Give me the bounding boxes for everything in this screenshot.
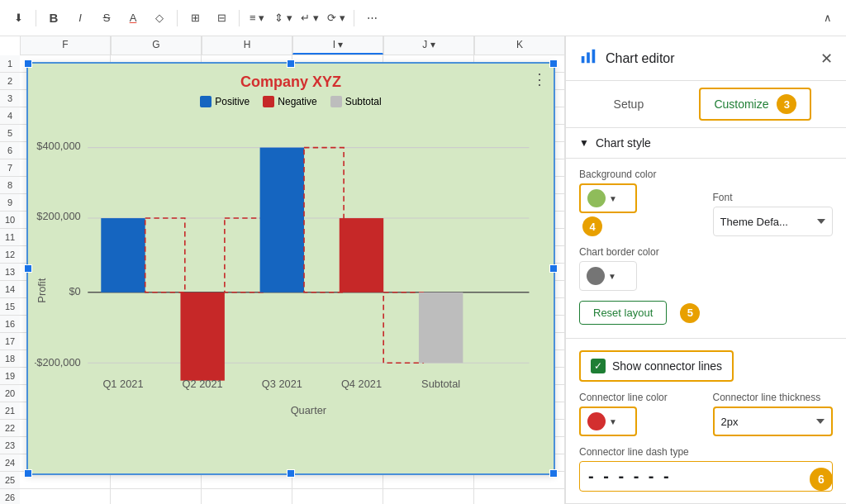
resize-handle-bl[interactable] [24, 469, 32, 478]
resize-handle-tl[interactable] [24, 59, 32, 68]
border-color-group: Chart border color ▼ [579, 246, 833, 291]
rotate-button[interactable]: ⟳ ▾ [325, 7, 348, 30]
borders-button[interactable]: ⊞ [183, 7, 207, 30]
col-header-i[interactable]: I ▾ [292, 36, 383, 55]
connector-dash-select[interactable]: - - - - - - ▼ [579, 461, 833, 492]
wrap-button[interactable]: ↵ ▾ [298, 7, 321, 30]
row-23: 23 [0, 437, 20, 454]
dropdown-arrow-icon: ▼ [609, 194, 617, 203]
chart-container[interactable]: ⋮ Company XYZ Positive Negative [26, 62, 555, 475]
col-header-f[interactable]: F [20, 36, 111, 55]
border-color-swatch [587, 267, 605, 285]
bg-color-group: Background color ▼ 4 [579, 169, 700, 236]
row-26: 26 [0, 489, 20, 504]
connector-color-thickness-row: Connector line color ▼ Connector line th… [579, 392, 833, 436]
bar-q3-positive [260, 148, 304, 292]
divider [36, 10, 36, 26]
connector-dash-label: Connector line dash type [579, 446, 833, 458]
italic-button[interactable]: I [69, 7, 92, 30]
text-color-button[interactable]: A [121, 7, 145, 30]
chart-menu-button[interactable]: ⋮ [532, 70, 547, 88]
resize-handle-bm[interactable] [287, 469, 295, 478]
row-20: 20 [0, 385, 20, 402]
row-15: 15 [0, 298, 20, 316]
step-badge-6: 6 [810, 468, 833, 491]
cell[interactable] [111, 489, 202, 504]
row-19: 19 [0, 368, 20, 385]
col-header-j[interactable]: J ▾ [383, 36, 474, 55]
align-v-button[interactable]: ⇕ ▾ [272, 7, 295, 30]
grid-row [20, 489, 565, 504]
editor-header: Chart editor ✕ [566, 36, 846, 81]
connector-dash-group: Connector line dash type - - - - - - ▼ [579, 446, 833, 492]
svg-text:$0: $0 [69, 285, 80, 297]
border-color-label: Chart border color [579, 246, 833, 258]
legend-positive: Positive [200, 96, 250, 107]
tab-customize[interactable]: Customize 3 [699, 88, 811, 121]
chart-style-content: Background color ▼ 4 Font Theme Defa... [566, 159, 846, 339]
col-header-h[interactable]: H [202, 36, 292, 55]
row-13: 13 [0, 264, 20, 281]
bar-q1-positive [101, 218, 145, 292]
align-h-button[interactable]: ≡ ▾ [245, 7, 269, 30]
insert-chart-button[interactable]: ⬇ [7, 7, 30, 30]
font-select[interactable]: Theme Defa... [713, 207, 834, 236]
resize-handle-tr[interactable] [549, 59, 558, 68]
border-color-button[interactable]: ▼ [579, 261, 637, 291]
checkbox-connector-lines[interactable]: ✓ [591, 359, 606, 373]
cell[interactable] [20, 489, 111, 504]
cell[interactable] [474, 489, 565, 504]
row-18: 18 [0, 350, 20, 368]
svg-text:Q2 2021: Q2 2021 [183, 378, 223, 390]
row-numbers: 1 2 3 4 5 6 7 8 9 10 11 12 13 14 15 16 1… [0, 55, 20, 504]
merge-button[interactable]: ⊟ [210, 7, 233, 30]
editor-tabs: Setup Customize 3 [566, 81, 846, 128]
connector-color-button[interactable]: ▼ [579, 407, 637, 436]
strikethrough-button[interactable]: S [95, 7, 118, 30]
connector-lines-section: ✓ Show connector lines Connector line co… [566, 339, 846, 504]
bold-button[interactable]: B [42, 7, 65, 30]
connector-color-group: Connector line color ▼ [579, 392, 700, 436]
fill-color-button[interactable]: ◇ [148, 7, 171, 30]
chart-legend: Positive Negative Subtotal [35, 96, 547, 107]
connector-color-swatch [587, 412, 606, 430]
legend-swatch-positive [200, 96, 212, 107]
connector-thickness-select[interactable]: 1px 2px 3px 4px [713, 407, 834, 436]
chart-style-section-header[interactable]: ▼ Chart style [566, 128, 846, 159]
more-button[interactable]: ⋯ [360, 7, 383, 30]
show-connector-lines-row[interactable]: ✓ Show connector lines [579, 350, 734, 382]
svg-rect-10 [225, 218, 264, 292]
editor-close-button[interactable]: ✕ [820, 50, 833, 68]
main-area: F G H I ▾ J ▾ K 1 2 3 4 5 6 7 8 9 10 11 … [0, 36, 846, 504]
show-connector-lines-label: Show connector lines [612, 359, 722, 373]
connector-thickness-group: Connector line thickness 1px 2px 3px 4px [713, 392, 834, 436]
cell[interactable] [292, 489, 383, 504]
svg-rect-12 [383, 292, 423, 363]
divider2 [177, 10, 178, 26]
resize-handle-tm[interactable] [287, 59, 295, 68]
cell[interactable] [202, 489, 292, 504]
row-7: 7 [0, 159, 20, 177]
row-14: 14 [0, 281, 20, 298]
resize-handle-ml[interactable] [24, 264, 32, 273]
tab-setup[interactable]: Setup [601, 93, 658, 116]
row-16: 16 [0, 316, 20, 333]
col-header-g[interactable]: G [111, 36, 202, 55]
legend-negative: Negative [263, 96, 316, 107]
background-color-button[interactable]: ▼ [579, 183, 637, 213]
divider3 [239, 10, 240, 26]
grid-cells: ⋮ Company XYZ Positive Negative [20, 55, 565, 504]
reset-layout-button[interactable]: Reset layout [579, 301, 667, 325]
connector-color-label: Connector line color [579, 392, 700, 403]
toolbar: ⬇ B I S A ◇ ⊞ ⊟ ≡ ▾ ⇕ ▾ ↵ ▾ ⟳ ▾ ⋯ ∧ [0, 0, 846, 36]
svg-rect-20 [587, 52, 590, 63]
collapse-button[interactable]: ∧ [816, 7, 839, 30]
step-badge-5: 5 [680, 303, 700, 323]
row-2: 2 [0, 73, 20, 90]
col-header-k[interactable]: K [474, 36, 565, 55]
bg-font-row: Background color ▼ 4 Font Theme Defa... [579, 169, 833, 236]
resize-handle-br[interactable] [549, 469, 558, 478]
row-3: 3 [0, 90, 20, 107]
cell[interactable] [383, 489, 474, 504]
resize-handle-mr[interactable] [549, 264, 558, 273]
